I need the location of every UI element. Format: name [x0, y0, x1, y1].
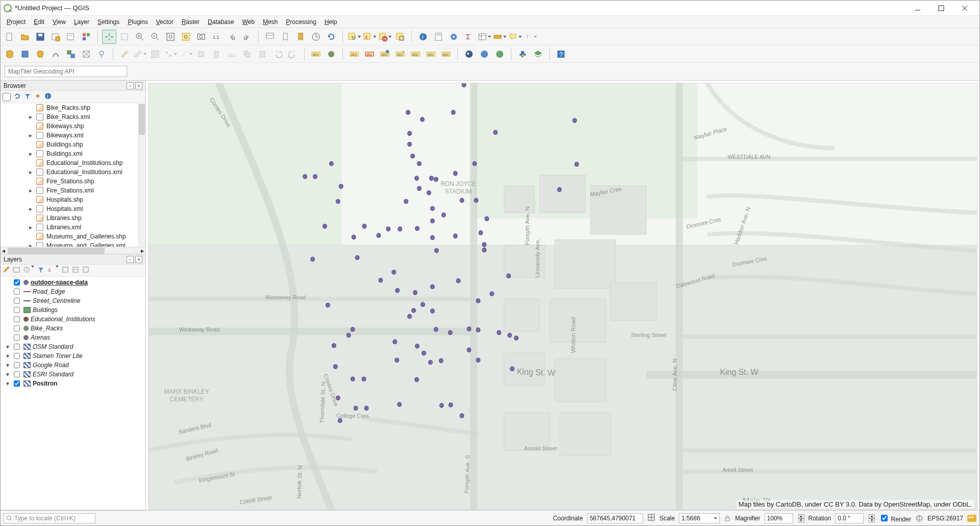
menu-help[interactable]: Help: [321, 17, 341, 27]
data-point[interactable]: [310, 257, 314, 261]
data-point[interactable]: [351, 327, 355, 331]
menu-raster[interactable]: Raster: [178, 17, 204, 27]
remove-layer-icon[interactable]: [82, 266, 89, 275]
panel-undock-button[interactable]: ▫: [127, 82, 134, 89]
pin-labels-button[interactable]: abc: [362, 47, 377, 61]
data-point[interactable]: [379, 278, 383, 282]
data-point[interactable]: [362, 224, 366, 228]
data-point[interactable]: [420, 117, 424, 122]
add-layer-icon[interactable]: [3, 93, 11, 101]
style-manager-button[interactable]: [79, 30, 93, 44]
deselect-button[interactable]: [378, 30, 392, 44]
data-point[interactable]: [362, 377, 366, 381]
data-point[interactable]: [453, 234, 457, 238]
filter-icon[interactable]: [24, 92, 31, 101]
copy-features-button[interactable]: [240, 47, 254, 61]
layer-visibility-checkbox[interactable]: [14, 353, 20, 359]
data-point[interactable]: [347, 333, 351, 337]
rotation-spin[interactable]: ▲▼: [869, 514, 875, 522]
browser-tree[interactable]: Bike_Racks.shp▸Bike_Racks.xmlBikeways.sh…: [1, 103, 145, 254]
browser-item[interactable]: Libraries.shp: [1, 213, 145, 223]
redo-button[interactable]: [286, 47, 300, 61]
browser-item[interactable]: Museums_and_Galleries.shp: [1, 232, 145, 241]
zoom-next-button[interactable]: [240, 30, 254, 44]
menu-processing[interactable]: Processing: [282, 17, 320, 27]
data-point[interactable]: [476, 328, 480, 332]
layer-styling-icon[interactable]: [3, 266, 10, 275]
browser-item[interactable]: Bike_Racks.shp: [1, 103, 145, 112]
data-point[interactable]: [355, 255, 359, 259]
show-hide-labels-button[interactable]: abc: [378, 47, 392, 61]
locator-input[interactable]: Type to locate (Ctrl+K): [4, 513, 95, 523]
geocoder-input[interactable]: [5, 66, 127, 77]
data-point[interactable]: [413, 291, 417, 295]
layer-visibility-checkbox[interactable]: [14, 344, 20, 350]
data-point[interactable]: [414, 377, 419, 381]
close-button[interactable]: [953, 1, 976, 16]
label-diagram-button[interactable]: [324, 47, 338, 61]
browser-item[interactable]: Bikeways.shp: [1, 122, 145, 131]
data-point[interactable]: [338, 418, 342, 422]
layer-item[interactable]: Arenas: [1, 333, 145, 342]
move-feature-button[interactable]: [194, 47, 208, 61]
new-project-button[interactable]: [3, 30, 17, 44]
layer-item[interactable]: Street_Centreline: [1, 296, 145, 305]
new-map-view-button[interactable]: [263, 30, 277, 44]
data-point[interactable]: [430, 235, 434, 240]
select-by-location-button[interactable]: [393, 30, 407, 44]
scale-field[interactable]: 1:5686: [679, 513, 720, 523]
measure-button[interactable]: [493, 30, 507, 44]
menu-mesh[interactable]: Mesh: [259, 17, 282, 27]
layer-visibility-checkbox[interactable]: [14, 380, 20, 387]
cut-features-button[interactable]: [225, 47, 239, 61]
data-point[interactable]: [451, 110, 455, 114]
collapse-all-icon[interactable]: [34, 92, 41, 101]
highlight-pinned-button[interactable]: abc: [347, 47, 361, 61]
new-spatialite-button[interactable]: [48, 47, 63, 61]
data-point[interactable]: [476, 299, 480, 303]
edit-pencil-button[interactable]: [117, 47, 132, 61]
browser-item[interactable]: ▸Bikeways.xml: [1, 131, 145, 140]
layer-item[interactable]: Road_Edge: [1, 287, 145, 296]
refresh-icon[interactable]: [14, 92, 21, 101]
open-project-button[interactable]: [18, 30, 32, 44]
data-point[interactable]: [430, 206, 434, 210]
change-label-props-button[interactable]: abc: [424, 47, 438, 61]
label-toolbar-extra-button[interactable]: abc: [439, 47, 453, 61]
data-point[interactable]: [303, 175, 307, 179]
data-point[interactable]: [507, 274, 511, 278]
layer-item[interactable]: ▾ OSM Standard: [1, 342, 145, 351]
data-point[interactable]: [386, 227, 390, 231]
new-gps-layer-button[interactable]: [94, 47, 109, 61]
browser-item[interactable]: ▸Educational_Institutions.xml: [1, 168, 145, 177]
data-point[interactable]: [398, 402, 402, 407]
quickosm-button[interactable]: [462, 47, 476, 61]
data-point[interactable]: [411, 308, 415, 313]
browser-item[interactable]: Hospitals.shp: [1, 195, 145, 204]
minimize-button[interactable]: [906, 1, 929, 16]
new-mesh-layer-button[interactable]: [79, 47, 93, 61]
data-point[interactable]: [414, 176, 419, 180]
menu-vector[interactable]: Vector: [152, 17, 178, 27]
lock-icon[interactable]: [724, 515, 731, 522]
move-label-button[interactable]: abc: [393, 47, 407, 61]
label-abc-button[interactable]: abc: [309, 47, 323, 61]
new-print-layout-button[interactable]: [48, 30, 63, 44]
annotation-button[interactable]: T: [523, 30, 537, 44]
browser-vscroll[interactable]: [138, 103, 145, 247]
layer-visibility-checkbox[interactable]: [14, 316, 20, 322]
data-point[interactable]: [430, 219, 434, 223]
save-edits-button[interactable]: [148, 47, 162, 61]
render-checkbox[interactable]: Render: [879, 513, 911, 523]
digitize-button[interactable]: [179, 47, 193, 61]
identify-button[interactable]: i: [416, 30, 430, 44]
data-point[interactable]: [453, 171, 457, 175]
data-point[interactable]: [474, 198, 478, 202]
data-point[interactable]: [449, 403, 453, 407]
browser-item[interactable]: Fire_Stations.shp: [1, 177, 145, 186]
layer-visibility-checkbox[interactable]: [14, 362, 20, 368]
data-point[interactable]: [427, 190, 431, 195]
data-point[interactable]: [434, 177, 438, 181]
data-point[interactable]: [415, 226, 419, 230]
zoom-in-button[interactable]: [133, 30, 147, 44]
